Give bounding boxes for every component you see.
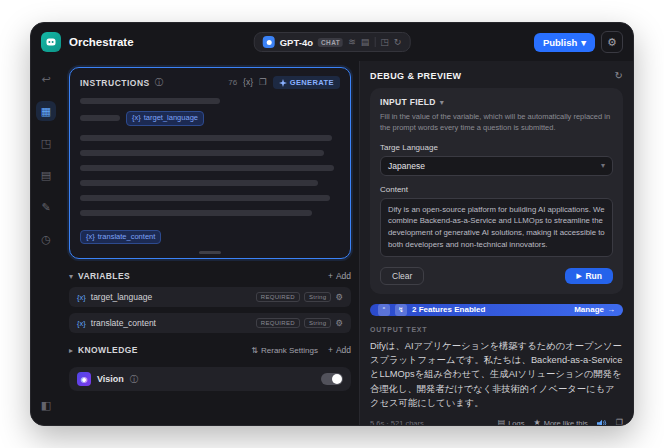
reset-icon[interactable]: ↻ [394, 38, 402, 47]
features-enabled-bar[interactable]: “ ↯ 2 Features Enabled Manage → [370, 304, 623, 316]
copy-icon: ❐ [616, 419, 623, 426]
speaker-button[interactable] [597, 419, 607, 426]
target-language-select[interactable]: Japanese ▾ [380, 156, 613, 176]
model-selector[interactable]: GPT-4o CHAT ≋ ▤ ◳ ↻ [254, 32, 411, 52]
back-icon[interactable]: ↩ [36, 69, 56, 89]
plus-icon: + [328, 271, 333, 281]
copy-output-button[interactable]: ❐ [616, 419, 623, 426]
prompt-text-skeleton [80, 165, 334, 171]
history-icon[interactable]: ◷ [36, 229, 56, 249]
chat-mode-badge: CHAT [318, 38, 343, 47]
input-field-description: Fill in the value of the variable, which… [380, 112, 613, 134]
manage-features-button[interactable]: Manage → [574, 305, 615, 314]
top-bar: Orchestrate GPT-4o CHAT ≋ ▤ ◳ ↻ Publish … [31, 23, 633, 61]
add-knowledge-button[interactable]: + Add [328, 345, 351, 355]
vision-toggle[interactable] [321, 373, 343, 385]
prompt-text-skeleton [80, 150, 324, 156]
instructions-header: INSTRUCTIONS ⓘ 76 {x} ❐ GENERATE [80, 76, 340, 89]
toggle-knob [332, 374, 342, 384]
arrow-right-icon: → [607, 305, 615, 314]
instructions-panel[interactable]: INSTRUCTIONS ⓘ 76 {x} ❐ GENERATE [69, 67, 351, 259]
run-button[interactable]: ▶ Run [565, 268, 613, 284]
variable-chip-translate-content[interactable]: {x} translate_content [80, 230, 161, 245]
knowledge-header: ▸ KNOWLEDGE ⇅ Rerank Settings + Add [69, 345, 351, 355]
add-variable-button[interactable]: + Add [328, 271, 351, 281]
quote-icon: “ [383, 306, 385, 313]
orchestrate-icon[interactable]: ▦ [36, 101, 56, 121]
prompt-text-skeleton [80, 135, 332, 141]
variable-icon: {x} [77, 293, 86, 302]
chevron-down-icon: ▾ [440, 98, 444, 107]
vision-icon: ◉ [77, 372, 91, 386]
params-icon[interactable]: ≋ [348, 38, 356, 47]
insert-variable-icon[interactable]: {x} [243, 78, 253, 87]
char-count: 76 [228, 78, 237, 87]
settings-button[interactable]: ⚙ [601, 31, 623, 53]
plus-icon: + [328, 345, 333, 355]
knowledge-title: KNOWLEDGE [78, 345, 138, 355]
chevron-right-icon[interactable]: ▸ [69, 346, 73, 355]
prompt-text-skeleton [80, 195, 330, 201]
features-label: 2 Features Enabled [412, 305, 485, 314]
generate-button[interactable]: GENERATE [273, 76, 340, 89]
info-icon: ⓘ [130, 375, 139, 384]
output-stats: 5.6s · 521 chars [370, 419, 424, 426]
variable-meta: REQUIRED String ⚙ [256, 292, 343, 302]
manage-label: Manage [574, 305, 604, 314]
generate-label: GENERATE [290, 78, 334, 87]
window-icon[interactable]: ◳ [380, 38, 389, 47]
variable-settings-icon[interactable]: ⚙ [335, 319, 343, 328]
target-language-label: Targe Language [380, 143, 613, 152]
variable-row-translate-content[interactable]: {x} translate_content REQUIRED String ⚙ [69, 313, 351, 333]
logs-list-icon[interactable]: ▤ [36, 165, 56, 185]
info-icon: ⓘ [155, 78, 164, 87]
vision-feature-row: ◉ Vision ⓘ [69, 367, 351, 391]
main-content: ↩ ▦ ◳ ▤ ✎ ◷ ◧ INSTRUCTIONS ⓘ 76 {x} ❐ [31, 61, 633, 425]
rerank-settings-button[interactable]: ⇅ Rerank Settings [251, 346, 318, 355]
publish-button[interactable]: Publish ▾ [534, 33, 595, 52]
copy-icon[interactable]: ❐ [259, 78, 267, 87]
conversation-opener-icon: “ [378, 304, 390, 316]
eye-icon: ◉ [81, 375, 88, 384]
content-textarea[interactable]: Dify is an open-source platform for buil… [380, 198, 613, 257]
variable-settings-icon[interactable]: ⚙ [335, 293, 343, 302]
chevron-down-icon: ▾ [601, 161, 605, 170]
sparkle-icon [279, 79, 287, 87]
speaker-icon [597, 419, 607, 426]
app-window: Orchestrate GPT-4o CHAT ≋ ▤ ◳ ↻ Publish … [30, 22, 634, 426]
input-field-header[interactable]: INPUT FIELD ▾ [380, 97, 613, 107]
prompt-line: {x} target_language [80, 111, 340, 126]
chevron-down-icon[interactable]: ▾ [69, 272, 73, 281]
clear-button[interactable]: Clear [380, 267, 424, 285]
content-label: Content [380, 185, 613, 194]
app-logo-icon[interactable] [41, 32, 61, 52]
resize-handle[interactable] [199, 251, 221, 254]
more-like-this-button[interactable]: ★ More like this [533, 419, 587, 426]
refresh-icon[interactable]: ↻ [615, 70, 623, 81]
variable-name: translate_content [91, 318, 156, 328]
variable-chip-target-language[interactable]: {x} target_language [126, 111, 204, 126]
add-label: Add [336, 345, 351, 355]
variable-name: target_language [91, 292, 152, 302]
annotation-icon[interactable]: ✎ [36, 197, 56, 217]
type-select[interactable]: String [304, 292, 331, 302]
stop-sequence-icon[interactable]: ▤ [361, 38, 370, 47]
page-title: Orchestrate [69, 36, 134, 48]
star-icon: ★ [533, 419, 540, 426]
chevron-down-icon: ▾ [581, 37, 586, 48]
variables-actions: + Add [328, 271, 351, 281]
logs-label: Logs [508, 419, 524, 426]
variables-title: VARIABLES [78, 271, 130, 281]
variable-row-target-language[interactable]: {x} target_language REQUIRED String ⚙ [69, 287, 351, 307]
divider [374, 37, 375, 47]
logs-button[interactable]: ▤ Logs [498, 419, 525, 426]
collapse-panel-icon[interactable]: ◧ [36, 395, 56, 415]
type-select[interactable]: String [304, 318, 331, 328]
required-badge: REQUIRED [256, 318, 300, 328]
knowledge-actions: ⇅ Rerank Settings + Add [251, 345, 351, 355]
api-access-icon[interactable]: ◳ [36, 133, 56, 153]
vision-title: Vision [97, 374, 124, 384]
run-label: Run [585, 271, 602, 281]
prompt-text-skeleton [80, 210, 312, 216]
output-section: OUTPUT TEXT Difyは、AIアプリケーションを構築するためのオープン… [360, 316, 633, 427]
